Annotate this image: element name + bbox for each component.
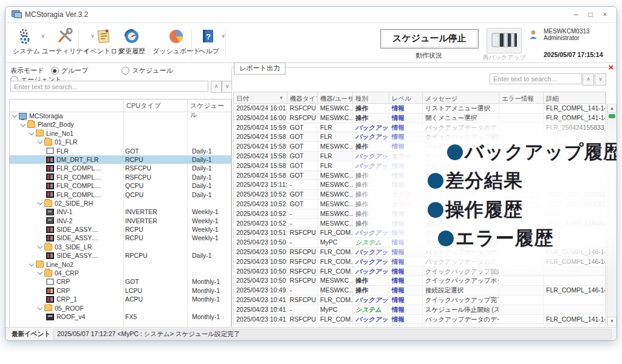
radio-group[interactable]: グループ — [51, 66, 89, 75]
table-cell: RSFCPU — [287, 257, 318, 266]
table-row[interactable]: 2025/04/24 16:01:04RSFCPUMESWKC…操作情報リストア… — [234, 104, 606, 113]
tree-row[interactable]: SIDE_ASSY…RCPUWeekly-1 — [10, 234, 231, 242]
table-row[interactable]: 2025/04/23 10:41:41RSFCPUFLR_COM…バックアップ情… — [234, 315, 606, 325]
tree-expand-icon[interactable] — [21, 123, 26, 127]
log-column-header[interactable]: 機器タイプ — [287, 92, 318, 103]
table-row[interactable]: 2025/04/24 15:58:33GOTMESWKC…操作情報バックアップリ… — [234, 142, 606, 152]
tree-search-input[interactable]: Enter text to search... — [10, 81, 208, 92]
table-row[interactable]: 2025/04/23 10:52:23-MESWKC…操作情報接続設定選択FLR — [234, 209, 606, 219]
table-row[interactable]: 2025/04/23 10:50:58-MyPCシステム情報スケジュール停止開始… — [234, 238, 606, 248]
table-row[interactable]: 2025/04/24 15:58:17GOTFLRバックアップ情報クイックバック… — [234, 161, 606, 171]
dashboard-button[interactable]: ダッシュボード — [152, 28, 200, 56]
system-button[interactable]: ∨ システム — [13, 28, 40, 56]
log-column-header[interactable]: メッセージ — [423, 92, 499, 103]
search-prev-button[interactable]: ∧ — [211, 81, 222, 93]
tree-row[interactable]: FLR_COMPL…QCPUDaily-1 — [10, 190, 231, 199]
minimize-button[interactable]: – — [569, 9, 583, 20]
tree-expand-icon[interactable] — [29, 262, 34, 267]
table-row[interactable]: 2025/04/23 10:52:38GOTMESWKC…操作エラーデバイス接続… — [234, 200, 606, 209]
tree-row[interactable]: INV-2INVERTERWeekly-1 — [10, 217, 231, 225]
table-cell[interactable]: その他のエラー(詳細... — [499, 200, 544, 209]
tree-row[interactable]: FLRGOTDaily-1 — [10, 147, 231, 155]
tree-row[interactable]: FLR_COMPL…QCPUDaily-1 — [10, 181, 231, 190]
report-close-icon[interactable]: × — [606, 62, 616, 72]
tree-row[interactable]: FLR_COMPL…RSFCPUDaily-1 — [10, 164, 231, 172]
tree-row[interactable]: Plant2_Body — [10, 120, 231, 129]
table-row[interactable]: 2025/04/23 10:41:46RSFCPUFLR_COM…バックアップ情… — [234, 295, 606, 305]
tree-row[interactable]: MCStoragia — [10, 112, 231, 120]
log-column-header[interactable]: エラー情報 — [499, 92, 544, 103]
log-column-header[interactable]: 日付▼ — [234, 92, 287, 103]
table-cell: FLR_COM… — [318, 324, 353, 326]
report-search-prev-button[interactable]: ∧ — [583, 73, 594, 86]
tree-row[interactable]: 03_SIDE_LR — [10, 243, 231, 251]
maximize-button[interactable]: □ — [584, 9, 597, 20]
table-row[interactable]: 2025/04/23 15:11:52-MESWKC…操作情報接続設定選択 — [234, 180, 606, 190]
table-row[interactable]: 2025/04/24 15:59:48GOTFLRバックアップ情報バックアップデ… — [234, 123, 606, 133]
tree-row[interactable]: ROOF_v4FX5Monthly-1 — [10, 312, 231, 321]
tree-expand-icon[interactable] — [12, 113, 17, 118]
table-row[interactable]: 2025/04/23 10:50:14RSFCPUMESWKC…操作情報クイック… — [234, 276, 606, 286]
tree-row[interactable]: DM_DRT_FLRRCPUDaily-1 — [10, 155, 231, 164]
log-column-header[interactable]: 機器/ユーザー — [318, 92, 353, 103]
table-row[interactable]: 2025/04/24 15:58:16GOTMESWKC…操作情報クイックバック… — [234, 171, 606, 181]
table-row[interactable]: 2025/04/23 10:51:02RSFCPUFLR_COM…バックアップ情… — [234, 228, 606, 238]
table-row[interactable]: 2025/04/23 10:41:41-MyPCシステム情報スケジュール停止開始… — [234, 305, 606, 315]
history-button[interactable]: 変更履歴 — [118, 28, 145, 56]
tree-row[interactable]: Line_No2 — [10, 260, 231, 269]
tree-row[interactable]: 01_FLR — [10, 138, 231, 146]
tree-row[interactable]: INV-1INVERTERWeekly-1 — [10, 207, 231, 216]
report-search-input[interactable]: Enter text to search... — [490, 73, 582, 84]
schedule-stop-button[interactable]: スケジュール停止 — [380, 29, 479, 49]
help-button[interactable]: ? ∨ ヘルプ — [199, 28, 219, 56]
table-cell: バックアップ — [353, 228, 389, 237]
tree-expand-icon[interactable] — [38, 306, 43, 311]
table-row[interactable]: 2025/04/23 10:49:14-MESWKC…操作情報接続設定選択FLR… — [234, 286, 606, 295]
table-row[interactable]: 2025/04/23 10:52:47GOTMESWKC…操作エラーデバイス接続… — [234, 190, 606, 200]
log-column-header[interactable]: 詳細 — [544, 92, 606, 103]
table-row[interactable]: 2025/04/24 15:58:33GOTFLRバックアップ情報クイックバック… — [234, 132, 606, 142]
scroll-thumb[interactable] — [609, 114, 615, 118]
tree-row[interactable]: SIDE_ASSY…RCPUWeekly-1 — [10, 225, 231, 234]
tree-row[interactable]: CRP_1ACPUMonthly-1 — [10, 295, 231, 303]
report-export-button[interactable]: レポート出力 — [234, 62, 285, 75]
folder-icon — [36, 130, 44, 136]
table-row[interactable]: 2025/04/23 10:52:08-MESWKC…操作情報接続設定選択SID… — [234, 219, 606, 229]
rebackup-button[interactable] — [487, 28, 522, 53]
tree-node-label: Line_No2 — [46, 260, 73, 269]
scroll-down-icon[interactable]: ▼ — [607, 317, 617, 326]
table-cell — [499, 238, 544, 247]
vertical-scrollbar[interactable]: ▲ ▼ — [607, 104, 617, 326]
table-cell: クイックバックアップボタン選択 — [423, 276, 499, 285]
tree-row[interactable]: FLR_COMPL…RSFCPUDaily-1 — [10, 173, 231, 181]
log-column-header[interactable]: レベル — [389, 92, 423, 103]
tree-row[interactable]: CRPLCPUMonthly-1 — [10, 286, 231, 295]
table-row[interactable]: 2025/04/24 15:58:22GOTFLRバックアップエラーデバイス接続… — [234, 152, 606, 161]
scroll-up-icon[interactable]: ▲ — [607, 104, 617, 113]
table-row[interactable]: 2025/04/23 10:50:54RSFCPUFLR_COM…バックアップ情… — [234, 257, 606, 267]
close-button[interactable]: × — [598, 9, 612, 20]
table-cell: MESWKC… — [318, 200, 353, 209]
log-column-header[interactable]: 種別 — [353, 92, 389, 103]
tree-expand-icon[interactable] — [38, 140, 43, 144]
report-search-next-button[interactable]: ∨ — [595, 73, 606, 86]
tree-row[interactable]: Line_No1 — [10, 129, 231, 138]
tree-expand-icon[interactable] — [38, 201, 43, 206]
tree-expand-icon[interactable] — [29, 131, 34, 136]
table-row[interactable]: 2025/04/23 10:50:14RSFCPUFLR_COM…バックアップ情… — [234, 267, 606, 277]
radio-schedule[interactable]: スケジュール — [121, 66, 173, 75]
tree-row[interactable]: CRPGOTMonthly-1 — [10, 277, 231, 286]
table-row[interactable]: 2025/04/24 16:00:32RSFCPUMESWKC…操作情報開くメニ… — [234, 113, 606, 123]
tree-expand-icon[interactable] — [38, 244, 43, 249]
table-cell[interactable]: その他のエラー(詳細... — [499, 190, 544, 199]
utility-button[interactable]: ∨ ユーティリティ — [42, 28, 90, 56]
tree-row[interactable]: 05_ROOF — [10, 304, 231, 312]
tree-row[interactable]: 02_SIDE_RH — [10, 199, 231, 207]
tree-row[interactable]: SIDE_ASSY…RPCPUDaily-1 — [10, 251, 231, 260]
table-cell: MESWKC… — [318, 142, 353, 151]
table-row[interactable]: 2025/04/23 10:41:36RSFCPUFLR_COM…バックアップ情… — [234, 324, 606, 326]
tree-expand-icon[interactable] — [38, 271, 43, 275]
radio-icon — [51, 67, 59, 75]
tree-row[interactable]: 04_CRP — [10, 269, 231, 277]
table-row[interactable]: 2025/04/23 10:50:57RSFCPUFLR_COM…バックアップ情… — [234, 248, 606, 257]
